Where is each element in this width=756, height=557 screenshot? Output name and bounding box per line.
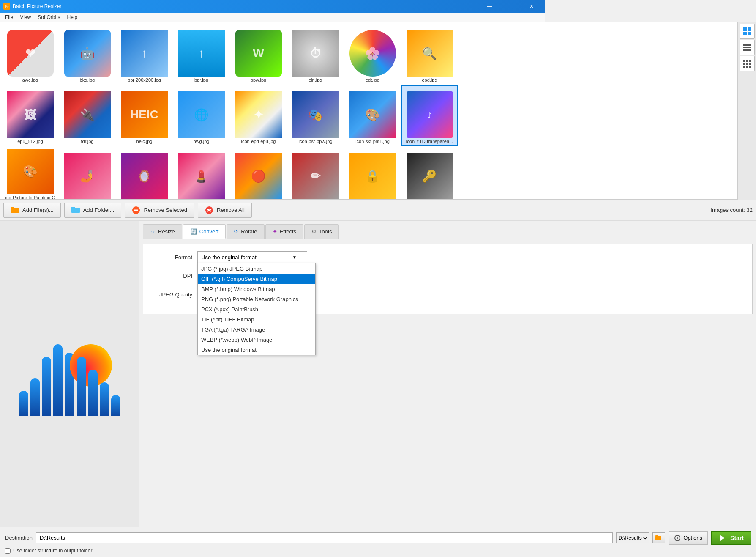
image-grid-container[interactable]: ❤awc.jpg🤖bkg.jpg↑bpr 200x200.jpg↑bpr.jpg…	[0, 22, 545, 200]
image-cell[interactable]: ↑bpr 200x200.jpg	[116, 24, 173, 85]
maximize-button[interactable]: □	[501, 0, 520, 13]
tab-rotate[interactable]: ↺ Rotate	[227, 224, 264, 239]
image-filename: icon-YTD-transparen...	[406, 139, 453, 144]
image-thumbnail: 🌐	[178, 91, 225, 138]
image-cell[interactable]: 🔴pd.jpg	[230, 146, 287, 200]
menu-view[interactable]: View	[16, 14, 34, 21]
image-cell[interactable]: 🔍epd.jpg	[401, 24, 458, 85]
title-bar: 🖼 Batch Picture Resizer — □ ✕	[0, 0, 545, 13]
dropdown-option[interactable]: GIF (*.gif) CompuServe Bitmap	[198, 274, 315, 284]
image-filename: epu_512.jpg	[17, 139, 43, 144]
format-dropdown-list[interactable]: JPG (*.jpg) JPEG BitmapGIF (*.gif) Compu…	[197, 263, 316, 355]
image-cell[interactable]: 🎨icon-skt-pnt1.jpg	[344, 85, 401, 146]
image-cell[interactable]: ❤awc.jpg	[2, 24, 59, 85]
window-controls: — □ ✕	[480, 0, 541, 13]
remove-selected-button[interactable]: Remove Selected	[125, 203, 194, 218]
dpi-label: DPI	[150, 273, 192, 279]
image-thumbnail: 🖼	[7, 91, 54, 138]
image-thumbnail: ♪	[407, 91, 453, 138]
image-thumbnail: 🤳	[64, 153, 111, 199]
tab-tools[interactable]: ⚙ Tools	[304, 224, 339, 239]
dropdown-option[interactable]: TGA (*.tga) TARGA Image	[198, 324, 315, 335]
rotate-icon: ↺	[234, 228, 238, 235]
tab-effects[interactable]: ✦ Effects	[265, 224, 304, 239]
app-icon: 🖼	[3, 3, 10, 10]
image-thumbnail: ❤	[7, 30, 54, 77]
effects-icon: ✦	[273, 228, 277, 235]
image-cell[interactable]: ↑bpr.jpg	[173, 24, 230, 85]
image-thumbnail: ⏱	[292, 30, 339, 77]
image-cell[interactable]: 🔑ppw.jpg	[401, 146, 458, 200]
image-cell[interactable]: 🪞makeup (Custom)32.jpg	[116, 146, 173, 200]
dropdown-option[interactable]: PNG (*.png) Portable Network Graphics	[198, 294, 315, 304]
bottom-toolbar: Add File(s)... + Add Folder... Remove Se…	[0, 200, 545, 221]
tools-icon: ⚙	[311, 228, 317, 235]
dropdown-option[interactable]: PCX (*.pcx) PaintBrush	[198, 304, 315, 314]
image-filename: epd.jpg	[422, 77, 437, 82]
image-thumbnail: HEIC	[121, 91, 168, 138]
main-content: ↔ Resize 🔄 Convert ↺ Rotate ✦ Effects ⚙ …	[0, 221, 545, 402]
dropdown-option[interactable]: BMP (*.bmp) Windows Bitmap	[198, 284, 315, 294]
add-files-icon	[11, 206, 19, 214]
tab-resize[interactable]: ↔ Resize	[143, 224, 182, 239]
image-cell[interactable]: ♪icon-YTD-transparen...	[401, 85, 458, 146]
image-thumbnail: 🪞	[121, 153, 168, 199]
image-filename: heic.jpg	[136, 139, 153, 144]
remove-all-button[interactable]: Remove All	[198, 203, 252, 218]
image-cell[interactable]: ✦icon-epd-epu.jpg	[230, 85, 287, 146]
image-filename: fdr.jpg	[81, 139, 94, 144]
image-thumbnail: 🎨	[7, 149, 54, 194]
image-thumbnail: 🤖	[64, 30, 111, 77]
dropdown-option[interactable]: Use the original format	[198, 345, 315, 355]
image-cell[interactable]: 🎨ico-Picture to Painting Converter.jpg	[2, 146, 59, 200]
image-cell[interactable]: 🔒ppa.jpg	[344, 146, 401, 200]
add-folder-icon: +	[71, 206, 80, 214]
image-thumbnail: ✏	[292, 153, 339, 199]
svg-rect-17	[11, 207, 14, 208]
image-filename: edt.jpg	[366, 77, 379, 82]
image-filename: bpw.jpg	[251, 77, 266, 82]
format-dropdown-trigger[interactable]: Use the original format ▼	[197, 251, 307, 263]
image-filename: awc.jpg	[22, 77, 38, 82]
image-filename: icon-epd-epu.jpg	[241, 139, 276, 144]
image-thumbnail: 🔑	[407, 153, 453, 199]
image-cell[interactable]: 💄makeup.jpg	[173, 146, 230, 200]
add-files-button[interactable]: Add File(s)...	[3, 203, 61, 218]
dropdown-option[interactable]: JPG (*.jpg) JPEG Bitmap	[198, 263, 315, 274]
image-cell[interactable]: HEICheic.jpg	[116, 85, 173, 146]
image-filename: bkg.jpg	[80, 77, 95, 82]
menu-file[interactable]: File	[2, 14, 16, 21]
image-cell[interactable]: ✏pdf.jpg	[287, 146, 344, 200]
dropdown-option[interactable]: WEBP (*.webp) WebP Image	[198, 335, 315, 345]
image-thumbnail: 🎭	[292, 91, 339, 138]
image-filename: cln.jpg	[309, 77, 322, 82]
menu-help[interactable]: Help	[64, 14, 81, 21]
menu-softorbits[interactable]: SoftOrbits	[34, 14, 63, 21]
image-filename: bpr.jpg	[194, 77, 208, 82]
image-thumbnail: ↑	[178, 30, 225, 77]
dropdown-option[interactable]: TIF (*.tif) TIFF Bitmap	[198, 314, 315, 324]
image-cell[interactable]: 🌸edt.jpg	[344, 24, 401, 85]
settings-panel: ↔ Resize 🔄 Convert ↺ Rotate ✦ Effects ⚙ …	[139, 221, 545, 402]
tab-tools-label: Tools	[319, 228, 332, 235]
image-cell[interactable]: 🖼epu_512.jpg	[2, 85, 59, 146]
image-thumbnail: 🎨	[349, 91, 396, 138]
image-cell[interactable]: 🤳makeup (Custom).jpg	[59, 146, 116, 200]
minimize-button[interactable]: —	[480, 0, 499, 13]
add-files-label: Add File(s)...	[22, 207, 54, 213]
image-cell[interactable]: 🌐hwg.jpg	[173, 85, 230, 146]
image-thumbnail: ↑	[121, 30, 168, 77]
tab-convert[interactable]: 🔄 Convert	[183, 224, 226, 239]
image-thumbnail: 🔴	[235, 153, 282, 199]
image-thumbnail: 🔍	[407, 30, 453, 77]
convert-icon: 🔄	[190, 228, 197, 235]
image-filename: hwg.jpg	[194, 139, 210, 144]
image-cell[interactable]: Wbpw.jpg	[230, 24, 287, 85]
image-cell[interactable]: 🔌fdr.jpg	[59, 85, 116, 146]
add-folder-button[interactable]: + Add Folder...	[64, 203, 122, 218]
image-cell[interactable]: ⏱cln.jpg	[287, 24, 344, 85]
app-logo	[15, 327, 125, 402]
image-cell[interactable]: 🎭icon-psr-ppw.jpg	[287, 85, 344, 146]
close-button[interactable]: ✕	[522, 0, 541, 13]
image-cell[interactable]: 🤖bkg.jpg	[59, 24, 116, 85]
